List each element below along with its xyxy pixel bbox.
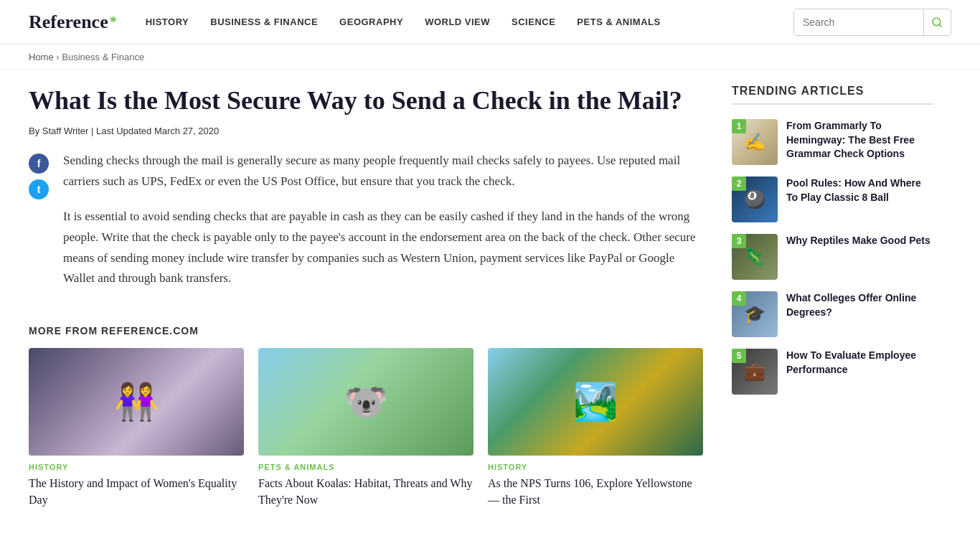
card-yellowstone-title: As the NPS Turns 106, Explore Yellowston… [488, 476, 703, 508]
trending-rank-4: 4 [732, 291, 746, 306]
article-meta-sep: | [91, 126, 93, 136]
sidebar: TRENDING ARTICLES ✍️ 1 From Grammarly To… [732, 70, 933, 508]
more-from-title: MORE FROM REFERENCE.COM [29, 325, 703, 336]
article-paragraph-2: It is essential to avoid sending checks … [63, 207, 703, 290]
cards-grid: HISTORY The History and Impact of Women'… [29, 348, 703, 508]
card-koala-image [258, 348, 473, 456]
breadcrumb-current: Business & Finance [62, 52, 144, 62]
card-women-category: HISTORY [29, 463, 244, 471]
twitter-icon: t [37, 184, 41, 195]
reptile-icon: 🦎 [744, 247, 765, 267]
facebook-icon: f [37, 158, 41, 169]
trending-rank-2: 2 [732, 176, 746, 191]
search-input[interactable] [794, 9, 923, 35]
trending-item-3-num-img: 🦎 3 [732, 234, 778, 280]
breadcrumb: Home › Business & Finance [0, 44, 980, 70]
breadcrumb-separator: › [56, 52, 59, 62]
logo-text: Reference [29, 11, 108, 33]
main-layout: What Is the Most Secure Way to Send a Ch… [0, 70, 980, 508]
trending-item-4[interactable]: 🎓 4 What Colleges Offer Online Degrees? [732, 291, 933, 337]
search-button[interactable] [923, 9, 950, 35]
breadcrumb-home[interactable]: Home [29, 52, 54, 62]
article-body: Sending checks through the mail is gener… [63, 151, 703, 303]
trending-rank-3: 3 [732, 234, 746, 248]
trending-item-5-title: How To Evaluate Employee Performance [786, 349, 933, 377]
trending-rank-5: 5 [732, 349, 746, 363]
trending-item-2-num-img: 🎱 2 [732, 176, 778, 222]
card-yellowstone-category: HISTORY [488, 463, 703, 471]
search-icon [931, 17, 943, 28]
trending-item-4-num-img: 🎓 4 [732, 291, 778, 337]
nav-science[interactable]: SCIENCE [512, 17, 555, 27]
card-yellowstone-image [488, 348, 703, 456]
card-yellowstone[interactable]: HISTORY As the NPS Turns 106, Explore Ye… [488, 348, 703, 508]
article-updated: Last Updated March 27, 2020 [96, 126, 219, 136]
article-meta: By Staff Writer | Last Updated March 27,… [29, 126, 703, 136]
trending-item-1-num-img: ✍️ 1 [732, 119, 778, 165]
card-women-title: The History and Impact of Women's Equali… [29, 476, 244, 508]
main-nav: HISTORY BUSINESS & FINANCE GEOGRAPHY WOR… [146, 17, 793, 27]
site-logo[interactable]: Reference* [29, 11, 117, 33]
trending-item-4-title: What Colleges Offer Online Degrees? [786, 291, 933, 319]
trending-item-5-num-img: 💼 5 [732, 349, 778, 395]
employee-icon: 💼 [744, 362, 765, 382]
trending-item-1-title: From Grammarly To Hemingway: The Best Fr… [786, 119, 933, 161]
nav-pets-animals[interactable]: PETS & ANIMALS [577, 17, 660, 27]
twitter-share-button[interactable]: t [29, 179, 49, 199]
facebook-share-button[interactable]: f [29, 154, 49, 174]
article-byline: By Staff Writer [29, 126, 88, 136]
card-koala[interactable]: PETS & ANIMALS Facts About Koalas: Habit… [258, 348, 473, 508]
nav-history[interactable]: HISTORY [146, 17, 189, 27]
pool-icon: 🎱 [744, 189, 765, 209]
social-icons: f t [29, 154, 49, 303]
nav-business-finance[interactable]: BUSINESS & FINANCE [210, 17, 318, 27]
trending-item-2-title: Pool Rules: How And Where To Play Classi… [786, 176, 933, 204]
svg-line-1 [939, 24, 941, 27]
article-paragraph-1: Sending checks through the mail is gener… [63, 151, 703, 192]
article-area: What Is the Most Secure Way to Send a Ch… [29, 70, 703, 508]
trending-title: TRENDING ARTICLES [732, 85, 933, 105]
more-from-section: MORE FROM REFERENCE.COM HISTORY The Hist… [29, 325, 703, 508]
article-content-with-social: f t Sending checks through the mail is g… [29, 151, 703, 303]
trending-item-3[interactable]: 🦎 3 Why Reptiles Make Good Pets [732, 234, 933, 280]
card-koala-title: Facts About Koalas: Habitat, Threats and… [258, 476, 473, 508]
trending-item-1[interactable]: ✍️ 1 From Grammarly To Hemingway: The Be… [732, 119, 933, 165]
nav-world-view[interactable]: WORLD VIEW [425, 17, 490, 27]
trending-item-3-title: Why Reptiles Make Good Pets [786, 234, 930, 248]
card-women[interactable]: HISTORY The History and Impact of Women'… [29, 348, 244, 508]
logo-asterisk: * [110, 14, 117, 30]
grammar-icon: ✍️ [744, 132, 765, 152]
site-header: Reference* HISTORY BUSINESS & FINANCE GE… [0, 0, 980, 44]
trending-rank-1: 1 [732, 119, 746, 133]
trending-item-2[interactable]: 🎱 2 Pool Rules: How And Where To Play Cl… [732, 176, 933, 222]
card-women-image [29, 348, 244, 456]
nav-geography[interactable]: GEOGRAPHY [339, 17, 403, 27]
search-container [793, 9, 951, 36]
trending-item-5[interactable]: 💼 5 How To Evaluate Employee Performance [732, 349, 933, 395]
card-koala-category: PETS & ANIMALS [258, 463, 473, 471]
article-title: What Is the Most Secure Way to Send a Ch… [29, 85, 703, 117]
college-icon: 🎓 [744, 304, 765, 324]
